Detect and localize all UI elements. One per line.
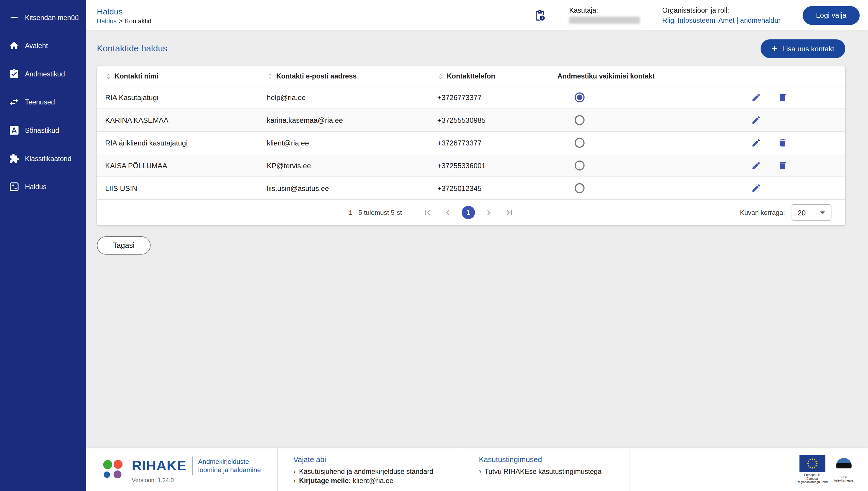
sidebar: Kitsendan menüü Avaleht Andmestikud Teen… bbox=[0, 0, 86, 491]
footer-logos: Euroopa Liit Euroopa Regionaalarengu Fon… bbox=[797, 448, 868, 491]
default-contact-radio[interactable] bbox=[575, 115, 585, 125]
edit-contact-button[interactable] bbox=[751, 115, 762, 126]
email-prefix: Kirjutage meile: bbox=[299, 477, 351, 485]
column-header-phone[interactable]: Kontakttelefon bbox=[437, 72, 557, 80]
help-link-label: Kirjutage meile: klient@ria.ee bbox=[299, 476, 394, 486]
eu-flag-icon bbox=[799, 455, 825, 472]
user-name-redacted bbox=[569, 17, 640, 24]
pending-actions-icon[interactable] bbox=[533, 8, 547, 22]
delete-contact-button[interactable] bbox=[777, 137, 788, 148]
pagination-bar: 1 - 5 tulemust 5-st 1 Kuvan korraga: 20 bbox=[97, 200, 845, 225]
sidebar-item-andmestikud[interactable]: Andmestikud bbox=[0, 60, 86, 88]
table-row: RIA Kasutajatugi help@ria.ee +3726773377 bbox=[97, 86, 845, 109]
contacts-table: Kontakti nimi Kontakti e-posti aadress K… bbox=[97, 66, 845, 225]
eu-logo-block: Euroopa Liit Euroopa Regionaalarengu Fon… bbox=[797, 455, 828, 484]
edit-contact-button[interactable] bbox=[751, 183, 762, 194]
per-page-value: 20 bbox=[798, 208, 806, 216]
contact-default-cell bbox=[557, 92, 696, 103]
user-block: Kasutaja: bbox=[569, 7, 640, 24]
contact-actions-cell bbox=[696, 137, 845, 148]
add-contact-label: Lisa uus kontakt bbox=[782, 45, 834, 53]
default-contact-radio[interactable] bbox=[575, 138, 585, 148]
contact-name-cell: LIIS USIN bbox=[105, 184, 267, 192]
add-contact-button[interactable]: + Lisa uus kontakt bbox=[760, 39, 845, 58]
default-contact-radio[interactable] bbox=[575, 161, 585, 171]
help-link-email[interactable]: › Kirjutage meile: klient@ria.ee bbox=[293, 476, 463, 486]
column-header-label: Andmestiku vaikimisi kontakt bbox=[557, 72, 655, 80]
eu-logo-caption: Euroopa Liit Euroopa Regionaalarengu Fon… bbox=[797, 473, 828, 484]
page: Kitsendan menüü Avaleht Andmestikud Teen… bbox=[0, 0, 868, 491]
first-page-icon[interactable] bbox=[421, 206, 434, 219]
user-label: Kasutaja: bbox=[569, 7, 640, 15]
contact-actions-cell bbox=[696, 115, 845, 126]
contact-default-cell bbox=[557, 115, 696, 125]
sidebar-item-label: Haldus bbox=[25, 183, 46, 191]
home-icon bbox=[8, 40, 20, 51]
last-page-icon[interactable] bbox=[502, 206, 516, 219]
terms-link-label: Tutvu RIHAKEse kasutustingimustega bbox=[484, 467, 602, 476]
estonia-flag-icon bbox=[835, 457, 852, 474]
help-link-label: Kasutusjuhend ja andmekirjelduse standar… bbox=[299, 467, 433, 476]
edit-contact-button[interactable] bbox=[751, 160, 762, 171]
sidebar-item-label: Kitsendan menüü bbox=[25, 13, 79, 21]
sidebar-item-label: Klassifikaatorid bbox=[25, 154, 71, 162]
edit-contact-button[interactable] bbox=[751, 137, 762, 148]
default-contact-radio[interactable] bbox=[575, 92, 585, 103]
sidebar-item-collapse-menu[interactable]: Kitsendan menüü bbox=[0, 3, 86, 32]
sort-icon bbox=[105, 72, 112, 80]
sidebar-item-label: Teenused bbox=[25, 98, 55, 106]
terms-link[interactable]: › Tutvu RIHAKEse kasutustingimustega bbox=[479, 467, 629, 476]
main-top-row: Kontaktide haldus + Lisa uus kontakt bbox=[97, 39, 845, 58]
sidebar-item-haldus[interactable]: Haldus bbox=[0, 173, 86, 201]
column-header-label: Kontakttelefon bbox=[447, 72, 495, 80]
rihake-logo-dots-icon bbox=[103, 458, 127, 481]
delete-contact-button[interactable] bbox=[777, 160, 788, 171]
contact-email-cell: karina.kasemaa@ria.ee bbox=[267, 116, 437, 124]
logout-button[interactable]: Logi välja bbox=[803, 6, 860, 25]
sidebar-item-avaleht[interactable]: Avaleht bbox=[0, 32, 86, 60]
sidebar-item-teenused[interactable]: Teenused bbox=[0, 88, 86, 116]
default-contact-radio[interactable] bbox=[575, 183, 585, 193]
chevron-right-icon: › bbox=[479, 467, 481, 476]
footer-help-column: Vajate abi › Kasutusjuhend ja andmekirje… bbox=[278, 448, 463, 491]
chevron-right-icon: › bbox=[293, 476, 296, 486]
contact-phone-cell: +37255530985 bbox=[437, 116, 557, 124]
header-title: Haldus bbox=[97, 6, 151, 16]
org-role-link[interactable]: Riigi Infosüsteemi Amet | andmehaldur bbox=[662, 16, 781, 24]
column-header-name[interactable]: Kontakti nimi bbox=[105, 72, 267, 80]
pagination-summary: 1 - 5 tulemust 5-st bbox=[349, 209, 402, 216]
contact-name-cell: KARINA KASEMAA bbox=[105, 116, 267, 124]
per-page-select[interactable]: 20 bbox=[791, 204, 831, 221]
breadcrumb-link-haldus[interactable]: Haldus bbox=[97, 18, 117, 24]
email-value: klient@ria.ee bbox=[353, 477, 394, 485]
sidebar-item-label: Sõnastikud bbox=[25, 126, 59, 134]
brand-name: RIHAKE bbox=[132, 458, 186, 473]
org-label: Organisatsioon ja roll: bbox=[662, 6, 781, 14]
table-row: LIIS USIN liis.usin@asutus.ee +372501234… bbox=[97, 177, 845, 200]
sidebar-item-klassifikaatorid[interactable]: Klassifikaatorid bbox=[0, 145, 86, 173]
sidebar-item-sonastikud[interactable]: Sõnastikud bbox=[0, 116, 86, 145]
breadcrumb: Haldus > Kontaktid bbox=[97, 18, 151, 24]
delete-contact-button[interactable] bbox=[777, 92, 788, 103]
previous-page-icon[interactable] bbox=[441, 206, 455, 219]
tagline-line: loomine ja haldamine bbox=[198, 466, 261, 474]
page-title: Kontaktide haldus bbox=[97, 44, 167, 54]
contact-name-cell: RIA ärikliendi kasutajatugi bbox=[105, 139, 267, 147]
collapse-menu-icon bbox=[8, 12, 20, 23]
per-page-control: Kuvan korraga: 20 bbox=[740, 204, 831, 221]
contact-phone-cell: +37255336001 bbox=[437, 162, 557, 170]
footer-brand: RIHAKE Andmekirjelduste loomine ja halda… bbox=[86, 448, 278, 491]
help-link-manual[interactable]: › Kasutusjuhend ja andmekirjelduse stand… bbox=[293, 467, 463, 476]
brand-divider bbox=[192, 456, 193, 475]
next-page-icon[interactable] bbox=[482, 206, 495, 219]
column-header-email[interactable]: Kontakti e-posti aadress bbox=[267, 72, 437, 80]
terms-heading: Kasutustingimused bbox=[479, 456, 629, 464]
services-icon bbox=[8, 96, 20, 108]
dictionaries-icon bbox=[8, 125, 20, 136]
sort-icon bbox=[267, 72, 273, 80]
footer: RIHAKE Andmekirjelduste loomine ja halda… bbox=[86, 448, 868, 491]
edit-contact-button[interactable] bbox=[751, 92, 762, 103]
column-header-label: Kontakti nimi bbox=[115, 72, 158, 80]
page-number-button[interactable]: 1 bbox=[462, 206, 475, 219]
back-button[interactable]: Tagasi bbox=[97, 236, 150, 255]
